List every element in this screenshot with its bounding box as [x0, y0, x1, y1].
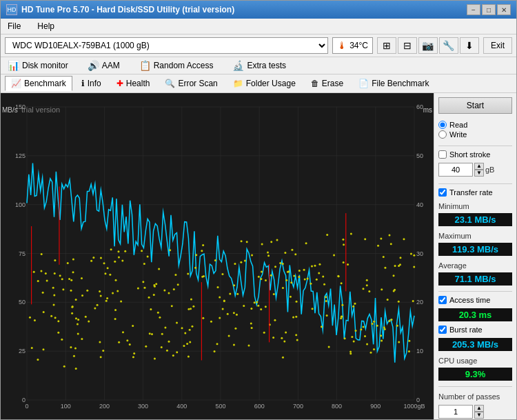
passes-label: Number of passes — [438, 392, 512, 401]
read-option[interactable]: Read — [438, 121, 512, 129]
short-stroke-input[interactable] — [438, 163, 473, 177]
app-icon: HD — [6, 4, 17, 15]
passes-down[interactable]: ▼ — [474, 412, 484, 419]
short-stroke-up[interactable]: ▲ — [474, 163, 484, 170]
toolbar: WDC WD10EALX-759BA1 (1000 gB) 🌡 34°C ⊞ ⊟… — [1, 34, 516, 57]
toolbar-btn-5[interactable]: ⬇ — [460, 37, 479, 54]
tab-folder-usage[interactable]: 📁 Folder Usage — [227, 76, 302, 91]
maximize-button[interactable]: □ — [482, 4, 496, 15]
exit-button[interactable]: Exit — [483, 37, 512, 54]
short-stroke-spinner: ▲ ▼ gB — [438, 163, 512, 177]
extra-tests-icon: 🔬 — [232, 60, 244, 71]
short-stroke-unit: gB — [485, 166, 494, 174]
short-stroke-checkbox[interactable] — [438, 150, 447, 159]
passes-up[interactable]: ▲ — [474, 405, 484, 412]
main-window: HD HD Tune Pro 5.70 - Hard Disk/SSD Util… — [0, 0, 517, 420]
nav-disk-monitor-label: Disk monitor — [22, 61, 68, 70]
disk-selector[interactable]: WDC WD10EALX-759BA1 (1000 gB) — [5, 37, 328, 54]
erase-icon: 🗑 — [311, 79, 319, 88]
file-benchmark-icon: 📄 — [358, 79, 369, 88]
toolbar-btn-3[interactable]: 📷 — [418, 37, 438, 54]
passes-input[interactable] — [438, 405, 473, 419]
access-time-value: 20.3 ms — [438, 308, 512, 321]
chart-area: trial version — [1, 93, 434, 419]
cpu-usage-value: 9.3% — [438, 368, 512, 381]
nav-tabs-bottom: 📈 Benchmark ℹ Info ✚ Health 🔍 Error Scan… — [1, 74, 516, 93]
window-title: HD Tune Pro 5.70 - Hard Disk/SSD Utility… — [21, 5, 234, 14]
menu-bar: File Help — [1, 19, 516, 34]
tab-file-benchmark[interactable]: 📄 File Benchmark — [352, 76, 435, 91]
short-stroke-option[interactable]: Short stroke — [438, 150, 512, 159]
maximum-label: Maximum — [438, 232, 512, 240]
close-button[interactable]: ✕ — [497, 4, 511, 15]
nav-extra-tests[interactable]: 🔬 Extra tests — [230, 59, 289, 72]
health-icon: ✚ — [116, 79, 123, 88]
temperature-display: 🌡 34°C — [332, 37, 373, 54]
write-radio[interactable] — [438, 130, 447, 139]
burst-rate-checkbox[interactable] — [438, 326, 447, 334]
temperature-value: 34°C — [349, 41, 368, 50]
tab-health[interactable]: ✚ Health — [110, 76, 156, 91]
passes-row: ▲ ▼ — [438, 405, 512, 419]
folder-usage-icon: 📁 — [233, 79, 243, 88]
info-icon: ℹ — [81, 79, 85, 88]
toolbar-btn-2[interactable]: ⊟ — [398, 37, 417, 54]
transfer-rate-checkbox[interactable] — [438, 188, 447, 197]
toolbar-btn-4[interactable]: 🔧 — [439, 37, 458, 54]
nav-extra-tests-label: Extra tests — [247, 61, 286, 70]
maximum-value: 119.3 MB/s — [438, 243, 512, 256]
access-time-checkbox[interactable] — [438, 296, 447, 304]
minimum-label: Minimum — [438, 202, 512, 210]
average-label: Average — [438, 261, 512, 270]
nav-aam[interactable]: 🔊 AAM — [85, 59, 123, 72]
nav-random-access-label: Random Access — [154, 61, 214, 70]
write-option[interactable]: Write — [438, 130, 512, 139]
benchmark-chart — [1, 93, 434, 419]
tab-benchmark[interactable]: 📈 Benchmark — [5, 76, 72, 91]
nav-tabs-top: 📊 Disk monitor 🔊 AAM 📋 Random Access 🔬 E… — [1, 57, 516, 74]
aam-icon: 🔊 — [88, 60, 99, 71]
thermometer-icon: 🌡 — [337, 40, 347, 51]
random-access-icon: 📋 — [139, 60, 151, 71]
nav-aam-label: AAM — [102, 61, 120, 70]
nav-disk-monitor[interactable]: 📊 Disk monitor — [5, 59, 71, 72]
trial-watermark: trial version — [21, 106, 60, 114]
side-panel: Start Read Write Short stroke ▲ — [434, 93, 516, 419]
start-button[interactable]: Start — [438, 97, 512, 114]
read-radio[interactable] — [438, 121, 447, 129]
tab-info[interactable]: ℹ Info — [75, 76, 108, 91]
title-bar: HD HD Tune Pro 5.70 - Hard Disk/SSD Util… — [1, 1, 516, 19]
access-time-option[interactable]: Access time — [438, 296, 512, 304]
disk-monitor-icon: 📊 — [8, 60, 19, 71]
tab-error-scan[interactable]: 🔍 Error Scan — [159, 76, 223, 91]
cpu-usage-label: CPU usage — [438, 357, 512, 365]
menu-file[interactable]: File — [5, 20, 23, 32]
average-value: 71.1 MB/s — [438, 272, 512, 286]
transfer-rate-option[interactable]: Transfer rate — [438, 188, 512, 197]
minimize-button[interactable]: − — [467, 4, 480, 15]
menu-help[interactable]: Help — [34, 20, 57, 32]
read-write-group: Read Write — [438, 121, 512, 139]
burst-rate-option[interactable]: Burst rate — [438, 326, 512, 334]
burst-rate-value: 205.3 MB/s — [438, 338, 512, 351]
toolbar-btn-1[interactable]: ⊞ — [377, 37, 396, 54]
minimum-value: 23.1 MB/s — [438, 213, 512, 226]
tab-erase[interactable]: 🗑 Erase — [305, 76, 349, 91]
short-stroke-down[interactable]: ▼ — [474, 170, 484, 177]
benchmark-icon: 📈 — [11, 79, 21, 88]
error-scan-icon: 🔍 — [165, 79, 175, 88]
nav-random-access[interactable]: 📋 Random Access — [136, 59, 216, 72]
main-content: trial version Start Read Write Short str… — [1, 93, 516, 419]
